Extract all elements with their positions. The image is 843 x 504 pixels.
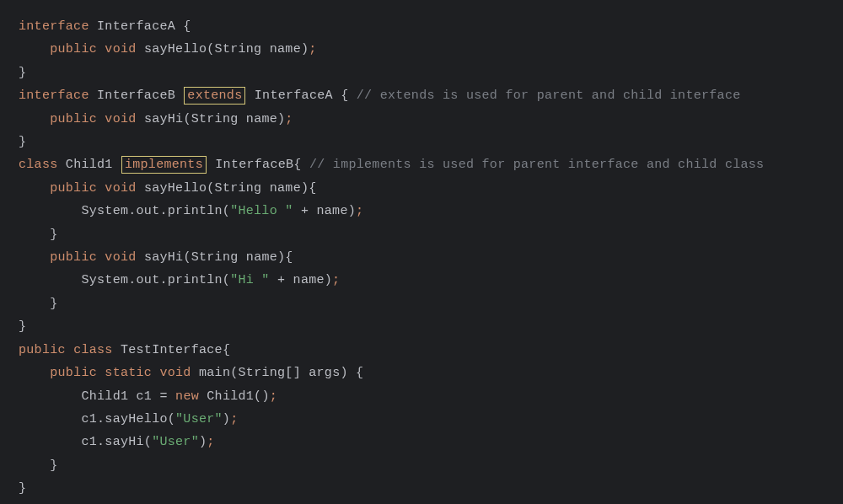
line-4: interface InterfaceB extends InterfaceA … [19, 84, 824, 107]
line-10: } [19, 223, 824, 246]
line-12: System.out.println("Hi " + name); [19, 269, 824, 292]
line-8: public void sayHello(String name){ [19, 177, 824, 200]
line-1: interface InterfaceA { [19, 15, 824, 38]
line-14: } [19, 315, 824, 338]
line-9: System.out.println("Hello " + name); [19, 200, 824, 223]
keyword-public: public [50, 42, 97, 56]
string-literal: "Hi " [230, 273, 270, 287]
line-2: public void sayHello(String name); [19, 38, 824, 61]
code-editor[interactable]: interface InterfaceA { public void sayHe… [19, 15, 824, 501]
line-17: Child1 c1 = new Child1(); [19, 385, 824, 408]
line-6: } [19, 131, 824, 153]
comment: // extends is used for parent and child … [357, 88, 741, 103]
keyword-class: class [19, 158, 58, 172]
line-11: public void sayHi(String name){ [19, 246, 824, 269]
line-18: c1.sayHello("User"); [19, 408, 824, 431]
line-5: public void sayHi(String name); [19, 108, 824, 131]
line-20: } [19, 454, 824, 477]
string-literal: "User" [152, 435, 199, 449]
keyword-implements-boxed: implements [121, 156, 207, 174]
string-literal: "User" [175, 412, 223, 426]
string-literal: "Hello " [230, 204, 293, 218]
keyword-interface: interface [19, 19, 89, 34]
line-19: c1.sayHi("User"); [19, 431, 824, 453]
keyword-void: void [105, 42, 136, 56]
type-interfacea: InterfaceA [97, 19, 175, 34]
line-7: class Child1 implements InterfaceB{ // i… [19, 153, 824, 176]
comment: // implements is used for parent interfa… [309, 158, 764, 172]
line-16: public static void main(String[] args) { [19, 362, 824, 384]
keyword-extends-boxed: extends [184, 87, 245, 105]
line-3: } [19, 62, 824, 84]
keyword-new: new [175, 389, 199, 404]
keyword-interface: interface [19, 88, 89, 103]
line-13: } [19, 292, 824, 315]
line-21: } [19, 477, 824, 500]
line-15: public class TestInterface{ [19, 339, 824, 362]
